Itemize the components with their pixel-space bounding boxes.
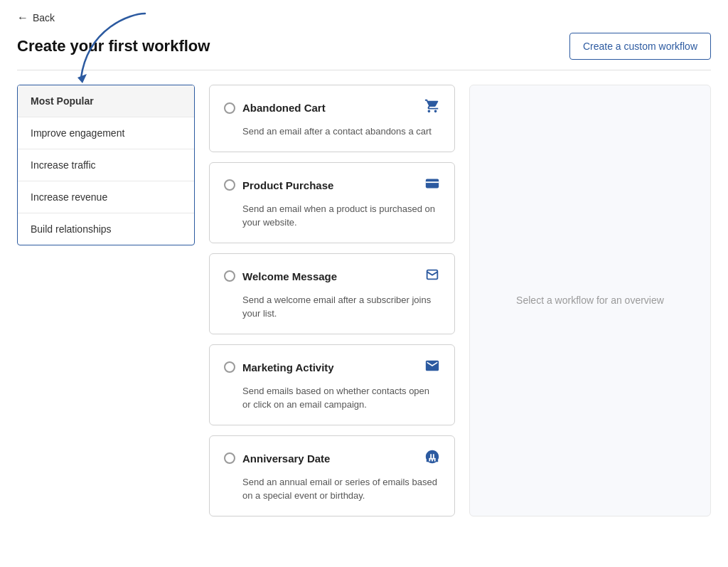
sidebar-item-build-relationships[interactable]: Build relationships: [18, 213, 194, 245]
workflow-card-header: Product Purchase: [224, 176, 440, 195]
workflow-title-welcome-message: Welcome Message: [242, 270, 337, 282]
sidebar-item-improve-engagement[interactable]: Improve engagement: [18, 117, 194, 149]
workflow-card-product-purchase[interactable]: Product Purchase Send an email when a pr…: [209, 162, 455, 243]
workflow-preview-area: Select a workflow for an overview: [469, 85, 711, 516]
workflow-radio-welcome-message[interactable]: [224, 270, 235, 282]
workflow-radio-marketing-activity[interactable]: [224, 361, 235, 373]
svg-rect-5: [434, 457, 436, 461]
main-content: Most Popular Improve engagement Increase…: [17, 85, 711, 516]
workflow-card-header: Abandoned Cart: [224, 98, 440, 117]
category-sidebar: Most Popular Improve engagement Increase…: [17, 85, 195, 245]
workflow-desc-marketing-activity: Send emails based on whether contacts op…: [242, 384, 440, 412]
workflow-card-header: Welcome Message: [224, 267, 440, 286]
workflow-title-product-purchase: Product Purchase: [242, 179, 333, 191]
sidebar-item-most-popular[interactable]: Most Popular: [18, 85, 194, 117]
workflow-icon-abandoned-cart: [424, 98, 440, 117]
preview-placeholder: Select a workflow for an overview: [516, 295, 664, 306]
workflow-card-marketing-activity[interactable]: Marketing Activity Send emails based on …: [209, 344, 455, 425]
workflow-card-header: Marketing Activity: [224, 358, 440, 377]
workflow-title-row: Abandoned Cart: [224, 102, 326, 114]
page-header: Create your first workflow Create a cust…: [17, 33, 711, 70]
workflow-card-anniversary-date[interactable]: Anniversary Date Send an annual email or…: [209, 435, 455, 516]
workflow-title-abandoned-cart: Abandoned Cart: [242, 102, 326, 114]
workflow-desc-product-purchase: Send an email when a product is purchase…: [242, 202, 440, 230]
workflow-title-row: Product Purchase: [224, 179, 333, 191]
workflow-card-welcome-message[interactable]: Welcome Message Send a welcome email aft…: [209, 253, 455, 334]
workflow-list: Abandoned Cart Send an email after a con…: [209, 85, 455, 516]
workflow-title-anniversary-date: Anniversary Date: [242, 452, 330, 465]
workflow-icon-product-purchase: [424, 176, 440, 195]
workflow-radio-product-purchase[interactable]: [224, 179, 235, 191]
workflow-desc-anniversary-date: Send an annual email or series of emails…: [242, 475, 440, 503]
svg-rect-3: [429, 457, 430, 461]
back-arrow-icon: ←: [17, 11, 28, 24]
svg-rect-4: [432, 457, 433, 461]
svg-marker-0: [77, 74, 87, 83]
workflow-title-row: Welcome Message: [224, 270, 337, 282]
sidebar-item-increase-revenue[interactable]: Increase revenue: [18, 181, 194, 213]
create-custom-workflow-button[interactable]: Create a custom workflow: [569, 33, 711, 60]
svg-rect-1: [426, 179, 439, 188]
workflow-radio-anniversary-date[interactable]: [224, 452, 235, 464]
workflow-title-marketing-activity: Marketing Activity: [242, 361, 334, 373]
workflow-icon-marketing-activity: [424, 358, 440, 377]
workflow-title-row: Anniversary Date: [224, 452, 330, 465]
back-label: Back: [33, 12, 55, 23]
workflow-desc-welcome-message: Send a welcome email after a subscriber …: [242, 293, 440, 321]
workflow-desc-abandoned-cart: Send an email after a contact abandons a…: [242, 124, 440, 139]
back-link[interactable]: ← Back: [17, 11, 55, 24]
workflow-title-row: Marketing Activity: [224, 361, 334, 373]
page-title: Create your first workflow: [17, 37, 210, 55]
workflow-icon-welcome-message: [424, 267, 440, 286]
workflow-radio-abandoned-cart[interactable]: [224, 102, 235, 114]
workflow-card-header: Anniversary Date: [224, 449, 440, 468]
sidebar-item-increase-traffic[interactable]: Increase traffic: [18, 149, 194, 181]
workflow-icon-anniversary-date: [424, 449, 440, 468]
workflow-card-abandoned-cart[interactable]: Abandoned Cart Send an email after a con…: [209, 85, 455, 152]
